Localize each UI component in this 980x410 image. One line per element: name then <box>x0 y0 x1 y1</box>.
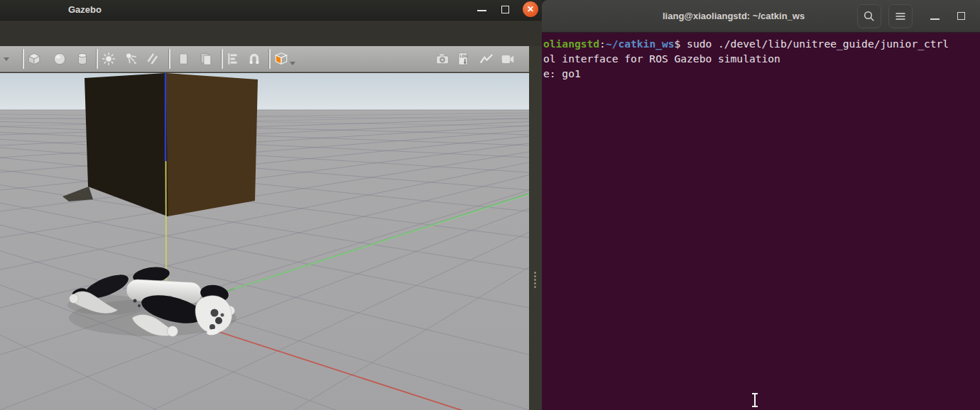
toolbar-overflow-icon[interactable] <box>4 57 9 61</box>
splitter-handle-dot <box>534 282 536 284</box>
snap-magnet-icon[interactable] <box>246 51 262 67</box>
robot-foot <box>70 294 79 304</box>
toolbar-separator <box>222 49 223 69</box>
spot-light-icon[interactable] <box>124 51 139 67</box>
plumb-yellow-line <box>166 161 167 282</box>
sky <box>0 73 529 110</box>
robot-foot <box>168 326 178 337</box>
splitter-handle-dot <box>534 279 536 281</box>
gazebo-toolbar: LOG <box>0 46 537 72</box>
paste-icon[interactable] <box>198 51 214 67</box>
gazebo-3d-viewport[interactable] <box>0 73 529 410</box>
log-record-icon[interactable]: LOG <box>455 51 471 67</box>
splitter-handle-dot <box>534 272 536 274</box>
menu-button[interactable] <box>888 4 913 28</box>
text-ibeam-cursor <box>749 392 761 409</box>
robot-camera-dot <box>221 314 224 317</box>
box-right-face <box>165 73 258 216</box>
minimize-icon[interactable] <box>477 10 486 11</box>
terminal-window: liang@xiaoliangstd: ~/catkin_ws oliangst… <box>542 0 980 410</box>
terminal-line: ol interface for ROS Gazebo simulation <box>543 51 980 66</box>
terminal-line: oliangstd:~/catkin_ws$ sudo ./devel/lib/… <box>543 36 980 51</box>
insert-sphere-icon[interactable] <box>52 51 67 67</box>
gazebo-titlebar[interactable]: Gazebo ✕ <box>0 0 542 20</box>
toolbar-separator <box>169 49 170 69</box>
directional-light-icon[interactable] <box>145 51 160 67</box>
change-view-caret-icon[interactable] <box>290 62 295 65</box>
screenshot-camera-icon[interactable] <box>435 51 450 67</box>
point-light-icon[interactable] <box>101 51 116 67</box>
robot-torso-dot <box>138 304 141 307</box>
right-panel-collapsed-strip[interactable] <box>529 46 542 410</box>
copy-icon[interactable] <box>175 51 191 67</box>
terminal-text[interactable]: oliangstd:~/catkin_ws$ sudo ./devel/lib/… <box>542 33 980 410</box>
search-button[interactable] <box>857 4 881 28</box>
gazebo-window: Gazebo ✕ <box>0 0 542 410</box>
change-view-icon[interactable] <box>273 51 289 67</box>
minimize-icon[interactable] <box>930 18 940 20</box>
menu-icon <box>894 10 907 23</box>
robot-camera-dot <box>211 309 219 317</box>
splitter-handle-dot <box>534 275 536 277</box>
robot-camera-dot <box>215 317 222 324</box>
toolbar-separator <box>23 49 24 69</box>
insert-box-icon[interactable] <box>26 51 42 67</box>
search-icon <box>863 10 876 23</box>
gazebo-window-title: Gazebo <box>68 0 102 20</box>
video-record-icon[interactable] <box>500 51 516 67</box>
robot-torso-dot <box>134 299 137 303</box>
maximize-icon[interactable] <box>957 12 965 20</box>
toolbar-separator <box>97 49 98 69</box>
maximize-icon[interactable] <box>501 6 509 13</box>
ground-plane <box>0 110 529 410</box>
gazebo-menubar <box>0 20 542 46</box>
terminal-line: e: go1 <box>543 66 980 81</box>
splitter-handle-dot <box>534 286 536 288</box>
terminal-titlebar[interactable]: liang@xiaoliangstd: ~/catkin_ws <box>542 0 980 33</box>
svg-text:LOG: LOG <box>459 54 467 58</box>
plot-curve-icon[interactable] <box>479 51 494 67</box>
insert-cylinder-icon[interactable] <box>75 51 90 67</box>
terminal-window-title: liang@xiaoliangstd: ~/catkin_ws <box>663 0 805 33</box>
close-icon[interactable]: ✕ <box>523 1 538 17</box>
align-icon[interactable] <box>225 51 241 67</box>
toolbar-separator <box>269 49 271 69</box>
